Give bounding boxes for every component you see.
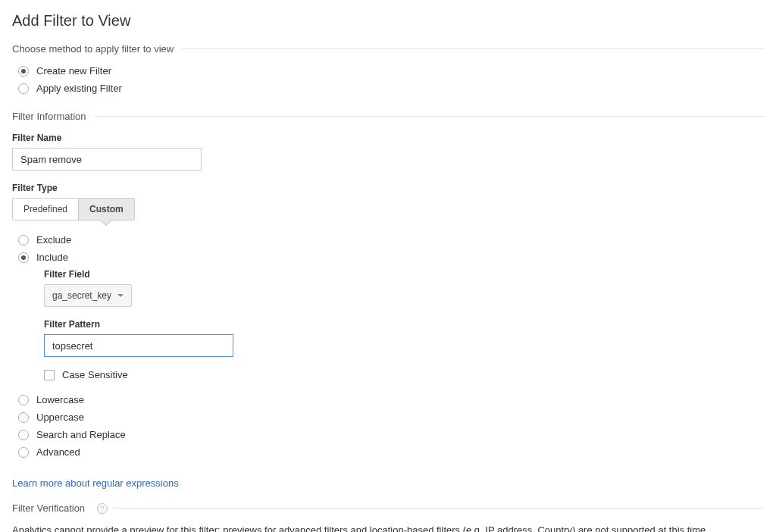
radio-create-label: Create new Filter <box>36 65 111 77</box>
radio-advanced-input[interactable] <box>18 447 29 458</box>
case-sensitive-row[interactable]: Case Sensitive <box>44 369 764 380</box>
filter-verification-header: Filter Verification ? <box>12 502 764 514</box>
filter-type-label: Filter Type <box>12 183 764 193</box>
radio-lowercase-input[interactable] <box>18 395 29 405</box>
filter-type-toggle: Predefined Custom <box>12 198 135 221</box>
chevron-down-icon <box>117 294 124 297</box>
radio-apply-label: Apply existing Filter <box>36 83 122 94</box>
radio-lowercase-label: Lowercase <box>36 394 84 405</box>
method-section-header: Choose method to apply filter to view <box>12 43 764 55</box>
filter-info-label: Filter Information <box>12 111 86 122</box>
include-subfields: Filter Field ga_secret_key Filter Patter… <box>44 269 764 380</box>
radio-uppercase[interactable]: Uppercase <box>18 412 764 423</box>
radio-exclude[interactable]: Exclude <box>18 234 764 246</box>
divider <box>94 116 764 117</box>
radio-advanced-label: Advanced <box>36 446 80 458</box>
case-sensitive-checkbox[interactable] <box>44 370 55 380</box>
filter-field-value: ga_secret_key <box>52 290 111 301</box>
filter-field-label: Filter Field <box>44 269 764 280</box>
radio-search-replace[interactable]: Search and Replace <box>18 429 764 440</box>
filter-verification-label: Filter Verification <box>12 502 85 514</box>
divider <box>181 49 764 49</box>
filter-pattern-group: Filter Pattern <box>44 319 764 357</box>
radio-exclude-input[interactable] <box>18 235 29 246</box>
filter-pattern-input[interactable] <box>44 334 233 357</box>
radio-create-input[interactable] <box>18 66 29 77</box>
filter-type-custom-button[interactable]: Custom <box>78 199 134 220</box>
filter-type-group: Filter Type Predefined Custom <box>12 183 764 221</box>
filter-type-predefined-button[interactable]: Predefined <box>13 199 78 220</box>
filter-field-dropdown[interactable]: ga_secret_key <box>44 284 132 307</box>
radio-apply-existing-filter[interactable]: Apply existing Filter <box>18 83 764 94</box>
radio-exclude-label: Exclude <box>36 234 71 246</box>
radio-lowercase[interactable]: Lowercase <box>18 394 764 405</box>
radio-include[interactable]: Include <box>18 252 764 263</box>
help-icon[interactable]: ? <box>97 503 108 514</box>
filter-verification-message: Analytics cannot provide a preview for t… <box>12 524 764 532</box>
filter-pattern-label: Filter Pattern <box>44 319 764 330</box>
filter-name-group: Filter Name <box>12 133 764 171</box>
divider <box>112 508 764 509</box>
radio-search-replace-input[interactable] <box>18 430 29 440</box>
filter-info-header: Filter Information <box>12 111 764 122</box>
radio-uppercase-label: Uppercase <box>36 412 84 423</box>
filter-name-label: Filter Name <box>12 133 764 143</box>
radio-advanced[interactable]: Advanced <box>18 446 764 458</box>
filter-field-group: Filter Field ga_secret_key <box>44 269 764 307</box>
radio-create-new-filter[interactable]: Create new Filter <box>18 65 764 77</box>
case-sensitive-label: Case Sensitive <box>62 369 128 380</box>
filter-name-input[interactable] <box>12 148 202 171</box>
radio-search-replace-label: Search and Replace <box>36 429 126 440</box>
method-section-label: Choose method to apply filter to view <box>12 43 174 55</box>
radio-apply-input[interactable] <box>18 83 29 94</box>
regex-learn-more-link[interactable]: Learn more about regular expressions <box>12 477 179 489</box>
radio-uppercase-input[interactable] <box>18 412 29 423</box>
radio-include-label: Include <box>36 252 68 263</box>
custom-filter-options: Exclude Include Filter Field ga_secret_k… <box>12 234 764 458</box>
radio-include-input[interactable] <box>18 252 29 263</box>
page-title: Add Filter to View <box>12 12 764 30</box>
